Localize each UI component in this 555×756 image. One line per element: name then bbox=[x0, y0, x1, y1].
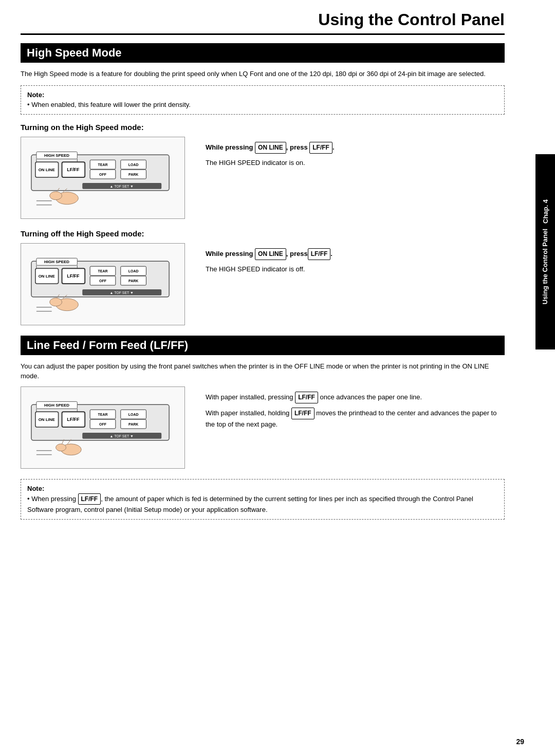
turning-on-instr-prefix: While pressing bbox=[206, 143, 255, 151]
svg-text:ON LINE: ON LINE bbox=[39, 168, 55, 172]
svg-text:▲ TOF SET ▼: ▲ TOF SET ▼ bbox=[109, 184, 134, 188]
lf-ff-row: HIGH SPEED ON LINE LF/FF TEAR OFF LOAD bbox=[21, 386, 505, 469]
lf-ff-note-text: When pressing bbox=[31, 495, 78, 503]
svg-text:OFF: OFF bbox=[99, 279, 106, 283]
svg-text:LOAD: LOAD bbox=[128, 413, 139, 416]
turning-on-instructions-col: While pressing ON LINE, press LF/FF. The… bbox=[206, 137, 505, 173]
svg-text:TEAR: TEAR bbox=[98, 269, 108, 273]
svg-text:PARK: PARK bbox=[128, 173, 138, 176]
side-tab-label: Using the Control Panel bbox=[541, 229, 550, 304]
svg-text:OFF: OFF bbox=[99, 422, 106, 426]
lf-ff-instr1-prefix: With paper installed, pressing bbox=[206, 393, 295, 401]
svg-text:PARK: PARK bbox=[128, 422, 138, 426]
high-speed-note-box: Note: • When enabled, this feature will … bbox=[21, 85, 505, 115]
lf-ff-note-label: Note: bbox=[27, 485, 44, 492]
svg-text:ON LINE: ON LINE bbox=[39, 417, 55, 422]
lf-ff-instr1-key: LF/FF bbox=[295, 392, 318, 403]
lf-ff-instruction-2: With paper installed, holding LF/FF move… bbox=[206, 408, 505, 430]
lf-ff-instruction-1: With paper installed, pressing LF/FF onc… bbox=[206, 392, 505, 403]
svg-text:HIGH SPEED: HIGH SPEED bbox=[44, 260, 69, 264]
svg-text:LF/FF: LF/FF bbox=[67, 273, 80, 279]
lf-ff-section-header: Line Feed / Form Feed (LF/FF) bbox=[21, 336, 505, 355]
lf-ff-panel-svg: HIGH SPEED ON LINE LF/FF TEAR OFF LOAD bbox=[26, 394, 179, 461]
lf-ff-note-box: Note: • When pressing LF/FF, the amount … bbox=[21, 479, 505, 520]
turning-off-instr-prefix: While pressing bbox=[206, 250, 255, 257]
svg-text:LF/FF: LF/FF bbox=[67, 167, 80, 172]
turning-on-panel-diagram: HIGH SPEED ON LINE LF/FF TEAR bbox=[21, 137, 185, 219]
lf-ff-instr2-key: LF/FF bbox=[291, 408, 314, 419]
side-tab: Chap. 4 Using the Control Panel bbox=[535, 154, 555, 349]
turning-on-title: Turning on the High Speed mode: bbox=[21, 123, 505, 132]
page-title-bar: Using the Control Panel bbox=[21, 10, 505, 35]
turning-on-panel-svg: HIGH SPEED ON LINE LF/FF TEAR bbox=[26, 144, 179, 211]
turning-off-between: , press bbox=[286, 250, 308, 257]
turning-off-title: Turning off the High Speed mode: bbox=[21, 229, 505, 238]
turning-on-end: . bbox=[332, 143, 335, 151]
turning-off-end: . bbox=[330, 250, 332, 257]
svg-text:TEAR: TEAR bbox=[98, 413, 108, 416]
lf-ff-instr2-prefix: With paper installed, holding bbox=[206, 409, 291, 417]
svg-text:HIGH SPEED: HIGH SPEED bbox=[44, 153, 69, 158]
lf-ff-note-bullet: • bbox=[27, 495, 31, 503]
turning-off-instruction-line: While pressing ON LINE, pressLF/FF. bbox=[206, 248, 505, 260]
turning-on-key1: ON LINE bbox=[255, 142, 286, 154]
main-content: Using the Control Panel High Speed Mode … bbox=[0, 0, 535, 546]
svg-text:OFF: OFF bbox=[99, 173, 106, 176]
svg-point-70 bbox=[56, 444, 66, 451]
svg-text:PARK: PARK bbox=[128, 279, 138, 283]
svg-point-45 bbox=[50, 298, 62, 306]
svg-text:LOAD: LOAD bbox=[128, 163, 139, 167]
page-number: 29 bbox=[516, 737, 524, 746]
svg-text:TEAR: TEAR bbox=[98, 163, 108, 167]
turning-on-diagram-col: HIGH SPEED ON LINE LF/FF TEAR bbox=[21, 137, 190, 219]
page-container: Chap. 4 Using the Control Panel Using th… bbox=[0, 0, 555, 756]
lf-ff-instructions-col: With paper installed, pressing LF/FF onc… bbox=[206, 386, 505, 434]
high-speed-note-text: When enabled, this feature will lower th… bbox=[31, 101, 191, 108]
turning-off-panel-diagram: HIGH SPEED ON LINE LF/FF TEAR OFF LOAD bbox=[21, 243, 185, 325]
turning-off-instructions-col: While pressing ON LINE, pressLF/FF. The … bbox=[206, 243, 505, 279]
lf-ff-diagram-col: HIGH SPEED ON LINE LF/FF TEAR OFF LOAD bbox=[21, 386, 190, 469]
turning-on-instruction-line: While pressing ON LINE, press LF/FF. bbox=[206, 142, 505, 154]
lf-ff-instr1-suffix: once advances the paper one line. bbox=[318, 393, 422, 401]
page-title: Using the Control Panel bbox=[318, 10, 505, 29]
turning-on-row: HIGH SPEED ON LINE LF/FF TEAR bbox=[21, 137, 505, 219]
turning-off-panel-svg: HIGH SPEED ON LINE LF/FF TEAR OFF LOAD bbox=[26, 251, 179, 318]
svg-text:LOAD: LOAD bbox=[128, 269, 139, 273]
turning-off-diagram-col: HIGH SPEED ON LINE LF/FF TEAR OFF LOAD bbox=[21, 243, 190, 325]
turning-off-key2: LF/FF bbox=[308, 248, 331, 260]
side-tab-chap: Chap. 4 bbox=[542, 199, 549, 224]
turning-on-between: , press bbox=[286, 143, 310, 151]
lf-ff-panel-diagram: HIGH SPEED ON LINE LF/FF TEAR OFF LOAD bbox=[21, 386, 185, 469]
svg-text:▲ TOF SET ▼: ▲ TOF SET ▼ bbox=[109, 434, 134, 437]
lf-ff-note-key: LF/FF bbox=[78, 493, 101, 505]
turning-off-key1: ON LINE bbox=[255, 248, 286, 260]
turning-off-row: HIGH SPEED ON LINE LF/FF TEAR OFF LOAD bbox=[21, 243, 505, 325]
turning-on-result: The HIGH SPEED indicator is on. bbox=[206, 158, 505, 169]
svg-text:ON LINE: ON LINE bbox=[39, 274, 55, 279]
svg-point-20 bbox=[50, 191, 62, 199]
lf-ff-body-text: You can adjust the paper position by usi… bbox=[21, 361, 505, 381]
high-speed-section-header: High Speed Mode bbox=[21, 43, 505, 63]
svg-text:▲ TOF SET ▼: ▲ TOF SET ▼ bbox=[109, 290, 134, 294]
turning-on-key2: LF/FF bbox=[309, 142, 332, 154]
high-speed-note-bullet: • bbox=[27, 101, 31, 108]
high-speed-body-text: The High Speed mode is a feature for dou… bbox=[21, 69, 505, 79]
svg-text:HIGH SPEED: HIGH SPEED bbox=[44, 403, 69, 408]
svg-text:LF/FF: LF/FF bbox=[67, 417, 80, 422]
turning-off-result: The HIGH SPEED indicator is off. bbox=[206, 264, 505, 275]
high-speed-note-label: Note: bbox=[27, 91, 44, 99]
